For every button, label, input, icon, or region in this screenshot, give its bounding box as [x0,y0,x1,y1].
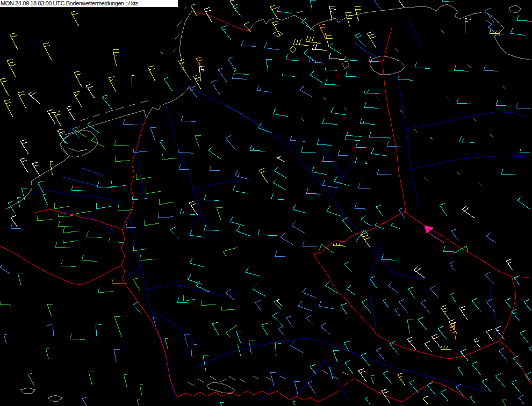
wind-barb [273,108,288,117]
wind-barb [362,299,371,313]
wind-barb [300,86,313,97]
wind-barb [126,222,141,228]
wind-barb [395,308,400,316]
wind-barb [371,148,386,156]
wind-barb [325,67,337,70]
wind-barb [241,40,256,47]
wind-barb [345,134,360,141]
wind-barb [319,244,334,253]
wind-barb [38,181,44,193]
wind-barb [54,203,69,209]
wind-barb [347,285,355,295]
wind-barb [191,4,197,16]
wind-barb [408,287,415,299]
wind-barb [199,66,205,81]
wind-barb [506,259,513,271]
wind-barb [390,341,399,354]
wind-barb [306,36,321,44]
wind-barb [136,174,151,180]
wind-barb [159,199,174,205]
wind-barb [308,381,315,393]
wind-barb [148,66,155,82]
wind-barb [146,188,161,194]
wind-barb [57,129,66,143]
wind-barb [211,80,220,95]
wind-barb [87,231,102,238]
wind-barb [76,208,91,214]
wind-barb [482,379,491,392]
wind-barb [18,92,26,108]
wind-barb [137,400,140,406]
wind-barb [123,119,138,125]
wind-barb [344,56,360,61]
wind-barb [458,367,463,375]
wind-barb [201,300,216,306]
wind-barb [140,384,143,395]
borders-layer [0,12,532,402]
wind-barb [233,185,248,193]
wind-barb [470,396,475,403]
wind-barb [418,317,427,330]
wind-barb [290,135,305,142]
wind-barb [150,127,156,140]
wind-barb [144,220,159,226]
wind-barb [109,238,124,242]
wind-barb [387,141,402,147]
wind-barb [253,285,265,296]
wind-barb [309,56,324,63]
wind-barb [74,91,82,107]
wind-barb [258,123,272,133]
wind-barb [399,208,405,218]
lakes-layer [207,382,235,394]
wind-barb [91,136,105,147]
wind-barb [255,300,261,311]
wind-barb [165,338,168,349]
wind-barb [226,289,235,300]
wind-barb [517,15,532,21]
wind-barb [322,118,337,125]
wind-barb [442,0,454,2]
wind-barb [188,274,202,285]
wind-barb [218,68,227,82]
wind-barb [369,132,391,139]
wind-barb [114,349,120,362]
wind-barb [321,323,330,334]
wind-barb [496,100,511,106]
wind-barb [383,299,390,308]
wind-barb [114,140,130,146]
wind-barb [338,150,353,156]
wind-barb [459,306,468,320]
wind-barb [451,229,458,241]
wind-barb [513,356,522,369]
wind-barb [70,334,85,340]
wind-barb [184,334,190,347]
wind-barb [409,380,419,393]
wind-barb [441,305,450,320]
wind-barb [310,71,322,83]
wind-barb [365,397,370,404]
wind-barb [28,373,34,386]
wind-barb [20,158,28,172]
wind-barb [484,65,499,71]
coastlines-layer [5,4,532,209]
wind-barb [440,203,447,215]
wind-barb [501,169,516,175]
wind-barb [377,169,392,175]
wind-barb [189,201,198,215]
wind-barb [355,157,367,164]
wind-barb [71,185,87,191]
wind-barb [459,136,475,143]
wind-barb [190,86,199,100]
wind-barb [407,337,416,350]
wind-barb [474,338,480,347]
wind-barb [398,76,413,80]
lakes-layer [48,395,62,402]
lakes-layer [509,5,521,13]
wind-barb [96,203,111,209]
map-title-bar: MON 24.09.18 03:00 UTC Bodenwettermeldun… [0,0,178,7]
wind-barb [286,54,301,61]
wind-barb [195,135,201,148]
wind-barb [310,364,317,374]
lakes-layer [60,130,98,157]
wind-barb [0,78,9,96]
